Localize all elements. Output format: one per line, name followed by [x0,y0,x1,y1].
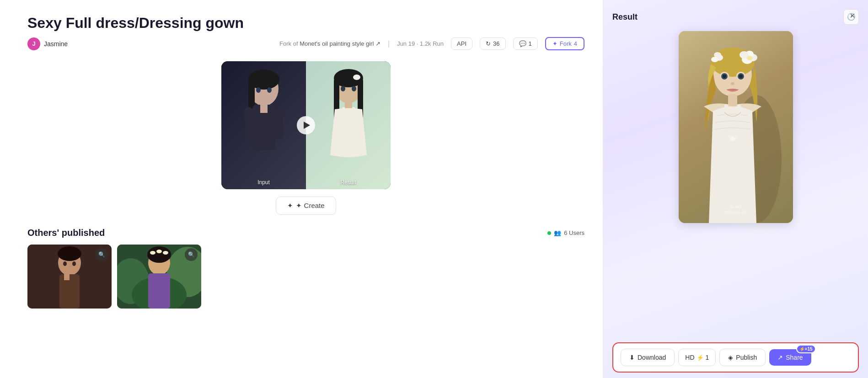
others-title: Others' published [27,228,105,238]
like-icon: ↻ [486,40,491,47]
svg-point-54 [739,75,743,78]
svg-point-13 [353,75,360,80]
svg-rect-15 [342,107,345,116]
fork-of-text: Fork of Monet's oil painting style girl … [279,40,380,47]
share-badge: ⚡+15 [796,345,816,353]
publish-label: Publish [736,354,757,361]
watermark: ai.art www.ai.art [724,204,747,215]
preview-result-side: Result [306,61,391,189]
svg-rect-16 [352,107,355,116]
result-title: Result [612,12,638,22]
fork-of-link[interactable]: Monet's oil painting style girl ↗ [300,40,380,47]
svg-point-34 [163,251,168,255]
gallery-item[interactable]: 🔍 [27,245,112,309]
close-button[interactable]: × [846,9,859,22]
hd-count: 1 [706,354,709,361]
meta-divider: | [388,40,390,48]
share-icon: ↗ [777,354,783,361]
like-button[interactable]: ↻ 36 [480,37,505,50]
download-button[interactable]: ⬇ Download [621,349,675,366]
like-count: 36 [493,40,499,47]
result-person-svg [316,64,380,187]
publish-button[interactable]: ◈ Publish [719,349,766,366]
svg-point-24 [63,261,67,266]
page-title: Sexy Full dress/Dressing gown [27,15,584,32]
hd-label: HD [685,354,694,361]
create-icon: ✦ [287,202,293,210]
svg-point-31 [147,246,171,263]
svg-point-48 [714,52,721,58]
zoom-icon: 🔍 [188,251,195,258]
svg-point-33 [156,250,162,253]
close-icon: × [850,11,855,21]
input-label: Input [257,179,270,186]
svg-point-18 [352,86,356,91]
svg-rect-4 [260,104,268,113]
svg-point-21 [58,246,81,261]
gallery-item[interactable]: 🔍 [117,245,201,309]
preview-split: Input [221,61,391,189]
result-label: Result [340,179,356,186]
share-label: Share [786,354,803,361]
gallery-zoom-1[interactable]: 🔍 [95,248,108,261]
others-header: Others' published 👥 6 Users [27,228,584,238]
download-label: Download [638,354,666,361]
svg-rect-6 [275,107,283,139]
svg-point-61 [728,134,732,138]
users-badge: 👥 6 Users [547,229,584,236]
svg-point-55 [731,82,734,85]
preview-image: Input [221,61,391,189]
hd-lightning-icon: ⚡ [697,354,704,361]
svg-point-7 [256,87,261,93]
svg-rect-23 [64,273,70,280]
download-icon: ⬇ [629,354,635,361]
svg-point-25 [72,261,76,266]
fork-count: 4 [574,40,577,47]
publish-icon: ◈ [728,354,733,361]
right-panel: Result 🕐 [603,0,868,378]
author-meta-row: J Jasmine Fork of Monet's oil painting s… [27,37,584,50]
preview-area: Input [27,61,584,215]
fork-icon: ✦ [552,40,557,47]
result-image-container: ai.art www.ai.art [612,31,859,337]
author-name: Jasmine [44,40,68,48]
zoom-icon: 🔍 [98,251,105,258]
hd-button[interactable]: HD ⚡ 1 [678,349,716,366]
avatar: J [27,37,40,50]
svg-rect-56 [728,94,737,107]
author-info: J Jasmine [27,37,68,50]
comment-button[interactable]: 💬 1 [513,37,538,50]
play-button[interactable] [297,116,315,134]
api-button[interactable]: API [451,37,472,50]
meta-row: Fork of Monet's oil painting style girl … [279,37,584,50]
svg-point-45 [747,56,752,60]
others-section: Others' published 👥 6 Users [27,228,584,309]
result-image-svg [679,31,793,223]
input-person-svg [232,64,296,187]
online-indicator [547,231,551,235]
fork-label: Fork [560,40,572,47]
create-button[interactable]: ✦ ✦ Create [276,197,336,215]
svg-rect-35 [148,273,170,309]
comment-count: 1 [529,40,532,47]
svg-point-17 [341,86,345,91]
gallery-row: 🔍 [27,245,584,309]
svg-point-8 [267,87,272,93]
comment-icon: 💬 [519,40,526,47]
result-header: Result 🕐 [612,9,859,25]
preview-input-side: Input [221,61,306,189]
action-bar: ⬇ Download HD ⚡ 1 ◈ Publish ↗ Share ⚡+15 [612,342,859,373]
gallery-zoom-2[interactable]: 🔍 [185,248,198,261]
share-button[interactable]: ↗ Share ⚡+15 [769,349,811,366]
users-count: 6 Users [564,229,584,236]
run-info: Jun 19 · 1.2k Run [397,40,444,47]
left-panel: Sexy Full dress/Dressing gown J Jasmine … [0,0,603,378]
fork-button[interactable]: ✦ Fork 4 [545,37,584,50]
result-image: ai.art www.ai.art [679,31,793,223]
svg-point-32 [150,251,155,255]
svg-point-60 [733,134,738,138]
svg-rect-5 [245,107,253,139]
svg-point-53 [723,75,726,78]
users-icon: 👥 [554,229,561,236]
